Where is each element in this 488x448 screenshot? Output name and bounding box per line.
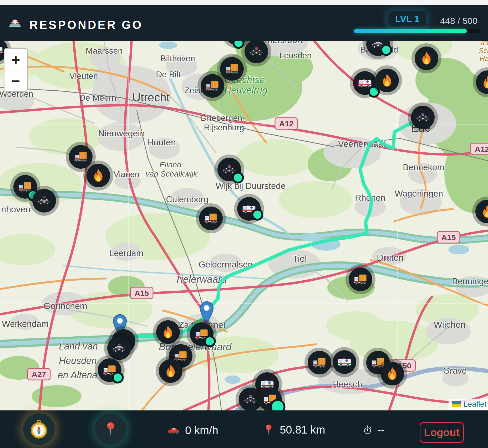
level-badge: LVL 1	[388, 11, 426, 27]
road-shield: A27	[28, 368, 50, 380]
compass-button[interactable]	[23, 413, 55, 445]
map-label: Wageningen	[395, 189, 443, 198]
marker-truck[interactable]	[187, 319, 217, 349]
road-shield: A12	[275, 118, 298, 129]
marker-ambulance[interactable]	[329, 347, 359, 377]
map-label: Werkendam	[2, 319, 48, 329]
map-label: Heesch	[332, 379, 362, 389]
timer-stat: --	[362, 424, 384, 436]
lake	[448, 245, 469, 254]
map-label: Heuvelrug	[224, 85, 267, 96]
map-label: nhoven	[1, 204, 30, 214]
lake	[225, 375, 241, 384]
map-label: Sch	[479, 47, 488, 55]
map-label: Druten	[377, 253, 404, 262]
claim-dot	[233, 173, 243, 183]
claim-dot	[205, 336, 215, 346]
map-label: Land van	[59, 341, 98, 352]
attribution-link[interactable]: Leaflet	[464, 400, 486, 409]
map-label: Driebergen-	[201, 113, 245, 123]
claim-dot	[113, 373, 123, 383]
car-icon	[166, 423, 181, 438]
stopwatch-icon	[362, 424, 373, 436]
field-patch	[326, 311, 384, 340]
ukraine-flag-icon	[452, 401, 461, 407]
xp-progress-fill	[354, 29, 467, 33]
marker-truck[interactable]	[345, 264, 375, 294]
marker-police[interactable]	[408, 102, 438, 132]
map-label: van Schalkwijk	[146, 169, 198, 178]
map-container[interactable]: MaarssenVleutenDe MeernWoerdenBilthovenD…	[0, 41, 488, 410]
field-patch	[279, 181, 352, 218]
pin-icon	[262, 423, 276, 437]
map-label: Eiland	[159, 160, 182, 169]
marker-fire[interactable]	[411, 43, 441, 73]
road-shield: A15	[130, 287, 153, 299]
xp-counter: 448 / 500	[434, 16, 484, 26]
zoom-control: + −	[4, 48, 28, 92]
marker-police[interactable]	[29, 186, 59, 216]
marker-truck[interactable]	[95, 355, 125, 385]
road-shield-label: A15	[441, 233, 456, 242]
map-label: Bilthoven	[160, 54, 195, 63]
waypoint-button[interactable]	[95, 413, 126, 445]
claim-dot	[233, 41, 243, 48]
map-label: Wijchen	[434, 320, 466, 329]
map-label: Inf	[481, 41, 488, 47]
map-label: en Altena	[58, 370, 98, 380]
map-label: Houten	[147, 137, 176, 147]
marker-fire[interactable]	[377, 359, 407, 389]
responder-go-app: RESPONDER GO LVL 1 448 / 500 MaarssenVle…	[0, 0, 488, 448]
map-label: Leusden	[279, 51, 312, 60]
zoom-out-button[interactable]: −	[4, 70, 27, 91]
claim-dot	[381, 45, 391, 55]
map-label: Utrecht	[132, 91, 170, 104]
map-label: Ha	[480, 54, 488, 63]
distance-value: 50.81 km	[280, 424, 325, 436]
app-header: RESPONDER GO LVL 1 448 / 500	[0, 5, 488, 41]
marker-fire[interactable]	[83, 161, 113, 190]
map-label: Rijsenburg	[204, 123, 244, 132]
speed-stat: 0 km/h	[166, 423, 218, 438]
siren-logo-icon	[8, 14, 22, 29]
map-label: Bennekom	[403, 162, 444, 172]
road-shield-label: A15	[134, 289, 149, 297]
marker-truck[interactable]	[196, 203, 226, 233]
map-label: Leerdam	[109, 248, 143, 258]
marker-ambulance[interactable]	[234, 194, 264, 224]
map-label: De Bilt	[156, 70, 181, 79]
map-label: Vianen	[113, 169, 139, 179]
map-label: Beuningen	[452, 276, 488, 286]
marker-fire[interactable]	[372, 65, 402, 95]
map-label: Vleuten	[69, 71, 98, 81]
map-label: Grave	[443, 366, 467, 375]
map-label: Maarssen	[86, 46, 123, 55]
map-label: Tiel	[293, 254, 307, 264]
lake	[159, 42, 177, 49]
pushpin-icon	[102, 420, 119, 438]
app-title: RESPONDER GO	[29, 18, 143, 32]
compass-icon	[29, 419, 49, 439]
marker-truck[interactable]	[197, 71, 227, 101]
speed-value: 0 km/h	[185, 424, 218, 437]
top-strip	[0, 0, 488, 5]
road-shield-label: A12	[475, 145, 488, 153]
map-label: De Meern	[79, 93, 116, 102]
road-shield: A15	[437, 231, 460, 243]
map-attribution: Leaflet	[449, 399, 488, 410]
leaflet-map[interactable]: MaarssenVleutenDe MeernWoerdenBilthovenD…	[0, 41, 488, 410]
map-label: Heusden	[59, 355, 97, 366]
lake	[300, 233, 320, 241]
logout-button[interactable]: Logout	[420, 422, 464, 443]
marker-police[interactable]	[214, 155, 244, 184]
distance-stat: 50.81 km	[262, 423, 325, 437]
marker-fire[interactable]	[156, 356, 186, 386]
map-label: Gorinchem	[44, 301, 87, 311]
xp-progress-track	[354, 29, 480, 33]
map-label: Culemborg	[166, 194, 208, 204]
road-shield-label: A12	[279, 119, 293, 128]
bottom-bar: 0 km/h 50.81 km -- Logout	[0, 410, 488, 448]
field-patch	[237, 139, 316, 176]
zoom-in-button[interactable]: +	[4, 49, 27, 70]
claim-dot	[271, 400, 284, 410]
